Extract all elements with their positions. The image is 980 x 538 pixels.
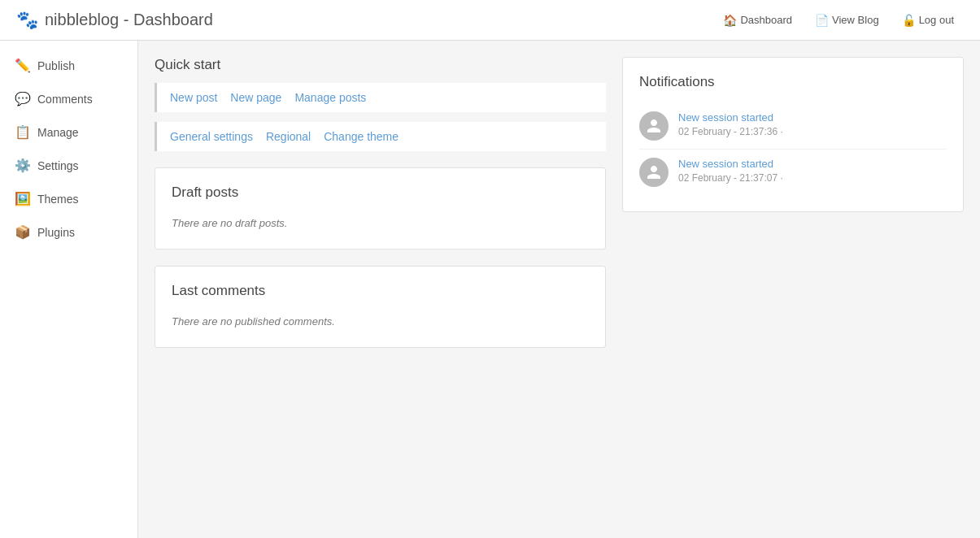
- quick-start-title: Quick start: [155, 57, 606, 73]
- left-panel: Quick start New post New page Manage pos…: [155, 57, 606, 522]
- draft-posts-title: Draft posts: [172, 184, 589, 201]
- notification-item-1: New session started 02 February - 21:37:…: [639, 150, 947, 195]
- sidebar-item-publish[interactable]: ✏️ Publish: [0, 49, 137, 82]
- notification-date-0: 02 February - 21:37:36 ·: [678, 126, 947, 137]
- notification-item-0: New session started 02 February - 21:37:…: [639, 103, 947, 150]
- manage-icon: 📋: [15, 124, 29, 140]
- content-area: Quick start New post New page Manage pos…: [138, 41, 980, 538]
- view-blog-nav-icon: 📄: [815, 14, 829, 27]
- notification-title-0[interactable]: New session started: [678, 111, 947, 124]
- change-theme-link[interactable]: Change theme: [324, 130, 399, 143]
- sidebar-item-settings[interactable]: ⚙️ Settings: [0, 149, 137, 182]
- sidebar-item-publish-label: Publish: [37, 59, 75, 72]
- quick-start-settings-links: General settings Regional Change theme: [170, 130, 593, 143]
- sidebar-item-comments-label: Comments: [37, 93, 93, 106]
- last-comments-card: Last comments There are no published com…: [155, 266, 606, 348]
- draft-posts-card: Draft posts There are no draft posts.: [155, 167, 606, 249]
- manage-posts-link[interactable]: Manage posts: [294, 91, 366, 104]
- sidebar-item-plugins[interactable]: 📦 Plugins: [0, 215, 137, 249]
- dashboard-nav-label: Dashboard: [740, 14, 792, 26]
- last-comments-title: Last comments: [172, 283, 589, 299]
- top-nav-right: 🏠 Dashboard 📄 View Blog 🔓 Log out: [713, 9, 964, 32]
- view-blog-nav-label: View Blog: [832, 14, 879, 26]
- brand-logo-icon: 🐾: [16, 10, 38, 31]
- notification-text-0: New session started 02 February - 21:37:…: [678, 111, 947, 137]
- general-settings-link[interactable]: General settings: [170, 130, 253, 143]
- right-panel: Notifications New session started 02 Feb…: [622, 57, 964, 522]
- notification-title-1[interactable]: New session started: [678, 158, 947, 170]
- quick-start-settings: General settings Regional Change theme: [155, 122, 606, 151]
- brand: 🐾 nibbleblog - Dashboard: [16, 10, 213, 31]
- sidebar-item-comments[interactable]: 💬 Comments: [0, 82, 137, 115]
- logout-nav-link[interactable]: 🔓 Log out: [892, 9, 964, 32]
- dashboard-nav-link[interactable]: 🏠 Dashboard: [713, 9, 802, 32]
- brand-title: nibbleblog - Dashboard: [45, 11, 213, 29]
- new-post-link[interactable]: New post: [170, 91, 217, 104]
- notification-text-1: New session started 02 February - 21:37:…: [678, 158, 947, 184]
- regional-link[interactable]: Regional: [266, 130, 311, 143]
- notifications-title: Notifications: [639, 74, 947, 90]
- quick-start-posts: New post New page Manage posts: [155, 83, 606, 112]
- sidebar-item-themes[interactable]: 🖼️ Themes: [0, 182, 137, 215]
- logout-nav-icon: 🔓: [902, 14, 916, 27]
- new-page-link[interactable]: New page: [230, 91, 281, 104]
- quick-start-post-links: New post New page Manage posts: [170, 91, 593, 104]
- sidebar-item-manage[interactable]: 📋 Manage: [0, 115, 137, 149]
- logout-nav-label: Log out: [919, 14, 954, 26]
- themes-icon: 🖼️: [15, 191, 29, 206]
- notification-avatar-0: [639, 111, 669, 141]
- sidebar-item-plugins-label: Plugins: [37, 226, 75, 239]
- sidebar-item-themes-label: Themes: [37, 193, 79, 206]
- publish-icon: ✏️: [15, 58, 29, 73]
- notifications-card: Notifications New session started 02 Feb…: [622, 57, 964, 212]
- notification-avatar-1: [639, 158, 669, 187]
- top-nav: 🐾 nibbleblog - Dashboard 🏠 Dashboard 📄 V…: [0, 0, 980, 41]
- dashboard-nav-icon: 🏠: [723, 14, 737, 27]
- main-layout: ✏️ Publish 💬 Comments 📋 Manage ⚙️ Settin…: [0, 41, 980, 538]
- comments-icon: 💬: [15, 91, 29, 106]
- sidebar-item-settings-label: Settings: [37, 159, 79, 172]
- last-comments-empty: There are no published comments.: [172, 312, 589, 331]
- draft-posts-empty: There are no draft posts.: [172, 214, 589, 232]
- plugins-icon: 📦: [15, 224, 29, 240]
- sidebar: ✏️ Publish 💬 Comments 📋 Manage ⚙️ Settin…: [0, 41, 138, 538]
- sidebar-item-manage-label: Manage: [37, 126, 79, 139]
- view-blog-nav-link[interactable]: 📄 View Blog: [805, 9, 889, 32]
- quick-start-section: Quick start New post New page Manage pos…: [155, 57, 606, 151]
- settings-icon: ⚙️: [15, 158, 29, 173]
- notification-date-1: 02 February - 21:37:07 ·: [678, 172, 947, 184]
